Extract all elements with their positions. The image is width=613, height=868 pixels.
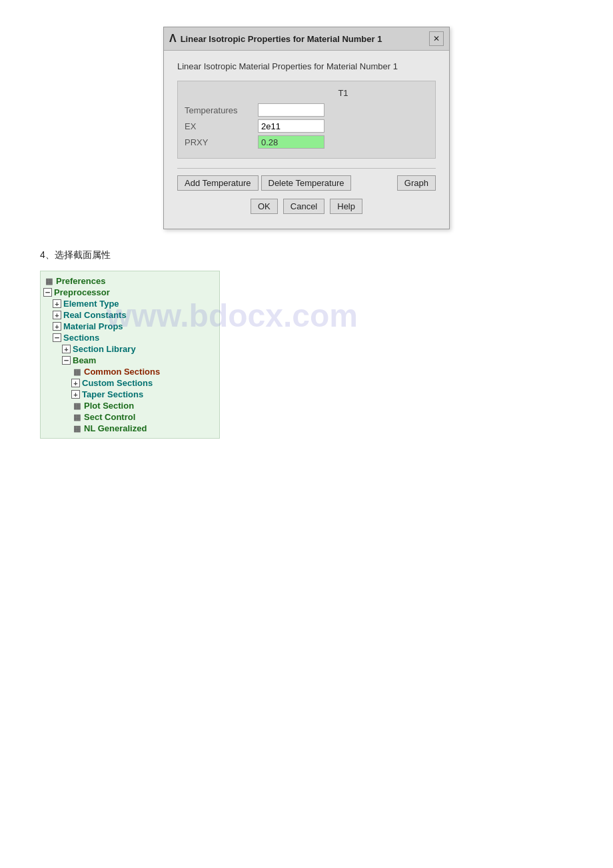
dialog-close-button[interactable]: ✕	[429, 31, 444, 46]
ex-input[interactable]	[258, 119, 324, 133]
tree-item-beam[interactable]: − Beam	[41, 355, 219, 366]
common-sections-label: Common Sections	[84, 367, 160, 377]
add-temperature-button[interactable]: Add Temperature	[177, 175, 259, 191]
plus-icon-taper-sections: +	[71, 390, 80, 399]
sections-label: Sections	[63, 333, 99, 343]
dialog-title-area: Λ Linear Isotropic Properties for Materi…	[169, 33, 382, 45]
graph-button[interactable]: Graph	[397, 175, 436, 191]
beam-label: Beam	[73, 355, 96, 365]
tree-item-real-constants[interactable]: + Real Constants	[41, 309, 219, 321]
grid-icon-sect-control: ▦	[71, 413, 82, 422]
dialog-subtitle: Linear Isotropic Material Properties for…	[177, 61, 436, 71]
element-type-label: Element Type	[63, 299, 119, 309]
section-library-label: Section Library	[73, 344, 136, 354]
t1-column-header: T1	[258, 88, 428, 99]
tree-item-plot-section[interactable]: ▦ Plot Section	[41, 400, 219, 411]
minus-icon-preprocessor: −	[43, 288, 52, 297]
delete-temperature-button[interactable]: Delete Temperature	[261, 175, 352, 191]
real-constants-label: Real Constants	[63, 310, 127, 320]
tree-item-preprocessor[interactable]: − Preprocessor	[41, 287, 219, 298]
minus-icon-sections: −	[53, 333, 61, 342]
label-col-header	[185, 88, 258, 99]
tree-panel: ▦ Preferences − Preprocessor + Element T…	[40, 271, 220, 439]
material-props-label: Material Props	[63, 321, 123, 331]
plus-icon-section-library: +	[62, 345, 71, 353]
action-buttons-row: Add Temperature Delete Temperature Graph	[177, 168, 436, 191]
plus-icon-material-props: +	[53, 322, 61, 331]
sect-control-label: Sect Control	[84, 412, 135, 422]
step-label: 4、选择截面属性	[40, 249, 573, 261]
minus-icon-beam: −	[62, 356, 71, 365]
tree-item-preferences[interactable]: ▦ Preferences	[41, 275, 219, 287]
lambda-icon: Λ	[169, 33, 177, 45]
plot-section-label: Plot Section	[84, 401, 134, 411]
material-properties-dialog: Λ Linear Isotropic Properties for Materi…	[163, 27, 450, 229]
tree-item-material-props[interactable]: + Material Props	[41, 321, 219, 332]
temperatures-row: Temperatures	[185, 103, 428, 117]
custom-sections-label: Custom Sections	[82, 378, 153, 388]
plus-icon-custom-sections: +	[71, 379, 80, 387]
temperatures-label: Temperatures	[185, 105, 258, 115]
grid-icon-common-sections: ▦	[71, 367, 82, 377]
properties-table: T1 Temperatures EX PRXY	[177, 81, 436, 159]
tree-item-taper-sections[interactable]: + Taper Sections	[41, 389, 219, 400]
ok-button[interactable]: OK	[251, 199, 278, 214]
ex-row: EX	[185, 119, 428, 133]
grid-icon-plot-section: ▦	[71, 401, 82, 411]
table-header: T1	[185, 88, 428, 99]
tree-item-sect-control[interactable]: ▦ Sect Control	[41, 411, 219, 423]
grid-icon-preferences: ▦	[43, 277, 54, 286]
tree-item-sections[interactable]: − Sections	[41, 332, 219, 343]
prxy-row: PRXY	[185, 135, 428, 149]
plus-icon-real-constants: +	[53, 311, 61, 319]
tree-item-nl-generalized[interactable]: ▦ NL Generalized	[41, 423, 219, 434]
cancel-button[interactable]: Cancel	[283, 199, 324, 214]
ex-label: EX	[185, 121, 258, 131]
tree-item-custom-sections[interactable]: + Custom Sections	[41, 377, 219, 389]
prxy-input[interactable]	[258, 135, 324, 149]
preferences-label: Preferences	[56, 276, 105, 286]
help-button[interactable]: Help	[330, 199, 362, 214]
tree-item-common-sections[interactable]: ▦ Common Sections	[41, 366, 219, 377]
grid-icon-nl-generalized: ▦	[71, 424, 82, 433]
dialog-body: Linear Isotropic Material Properties for…	[164, 51, 449, 229]
dialog-titlebar: Λ Linear Isotropic Properties for Materi…	[164, 27, 449, 51]
ok-cancel-row: OK Cancel Help	[177, 199, 436, 218]
tree-item-element-type[interactable]: + Element Type	[41, 298, 219, 309]
nl-generalized-label: NL Generalized	[84, 423, 147, 433]
temperatures-input[interactable]	[258, 103, 324, 117]
prxy-label: PRXY	[185, 137, 258, 147]
plus-icon-element-type: +	[53, 299, 61, 308]
taper-sections-label: Taper Sections	[82, 389, 143, 399]
content-area: www.bdocx.com ▦ Preferences − Preprocess…	[40, 271, 220, 439]
dialog-title: Linear Isotropic Properties for Material…	[181, 34, 382, 44]
tree-item-section-library[interactable]: + Section Library	[41, 343, 219, 355]
preprocessor-label: Preprocessor	[54, 287, 110, 297]
